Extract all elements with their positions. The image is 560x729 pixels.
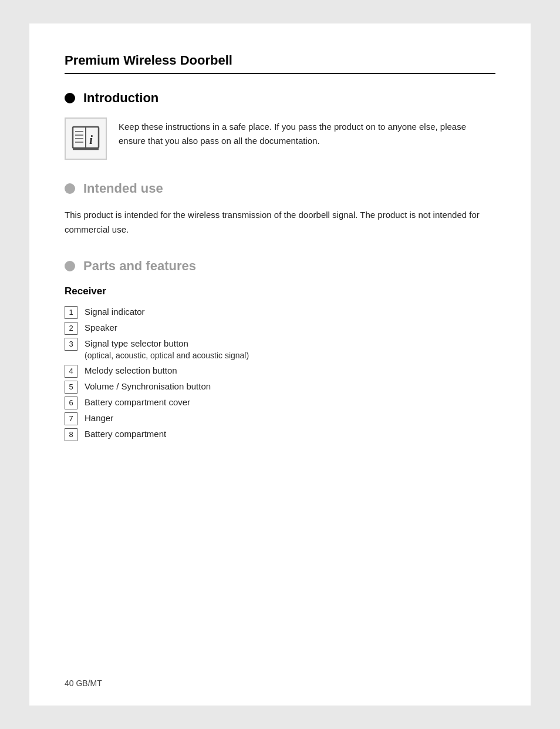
parts-title: Parts and features: [83, 258, 196, 274]
introduction-title: Introduction: [83, 90, 158, 106]
receiver-part-item: 2Speaker: [65, 321, 495, 335]
receiver-parts-list: 1Signal indicator2Speaker3Signal type se…: [65, 305, 495, 441]
part-label: Signal type selector button: [85, 337, 249, 351]
part-number: 5: [65, 381, 77, 394]
intended-use-section: Intended use This product is intended fo…: [65, 181, 495, 237]
intended-use-body: This product is intended for the wireles…: [65, 208, 495, 237]
part-label: Signal indicator: [85, 305, 145, 319]
parts-bullet: [65, 261, 75, 271]
introduction-section: Introduction i Keep: [65, 90, 495, 160]
page: Premium Wireless Doorbell Introduction: [29, 23, 531, 706]
receiver-part-item: 3Signal type selector button(optical, ac…: [65, 337, 495, 362]
part-label: Melody selection button: [85, 364, 177, 378]
svg-text:i: i: [89, 132, 93, 147]
part-label: Battery compartment cover: [85, 396, 190, 409]
introduction-info-text: Keep these instructions in a safe place.…: [119, 117, 495, 148]
part-sub-label: (optical, acoustic, optical and acoustic…: [85, 350, 249, 362]
part-number: 1: [65, 306, 77, 319]
receiver-part-item: 4Melody selection button: [65, 364, 495, 378]
receiver-title: Receiver: [65, 285, 495, 297]
receiver-part-item: 8Battery compartment: [65, 428, 495, 441]
page-footer: 40 GB/MT: [65, 678, 102, 688]
part-number: 6: [65, 397, 77, 409]
part-number: 7: [65, 412, 77, 425]
parts-heading: Parts and features: [65, 258, 495, 274]
receiver-part-item: 7Hanger: [65, 412, 495, 425]
part-number: 3: [65, 338, 77, 351]
intended-use-title: Intended use: [83, 181, 163, 196]
part-number: 2: [65, 322, 77, 335]
receiver-part-item: 6Battery compartment cover: [65, 396, 495, 409]
introduction-bullet: [65, 93, 75, 103]
part-label: Speaker: [85, 321, 117, 335]
receiver-subsection: Receiver 1Signal indicator2Speaker3Signa…: [65, 285, 495, 441]
part-label: Hanger: [85, 412, 113, 425]
page-title: Premium Wireless Doorbell: [65, 53, 495, 74]
part-number: 4: [65, 365, 77, 378]
part-label: Volume / Synchronisation button: [85, 380, 211, 394]
part-label: Battery compartment: [85, 428, 166, 441]
introduction-heading: Introduction: [65, 90, 495, 106]
part-number: 8: [65, 428, 77, 441]
info-icon: i: [65, 117, 107, 160]
intended-use-bullet: [65, 183, 75, 194]
info-box: i Keep these instructions in a safe plac…: [65, 117, 495, 160]
receiver-part-item: 1Signal indicator: [65, 305, 495, 319]
intended-use-heading: Intended use: [65, 181, 495, 196]
receiver-part-item: 5Volume / Synchronisation button: [65, 380, 495, 394]
parts-section: Parts and features Receiver 1Signal indi…: [65, 258, 495, 441]
book-info-icon: i: [70, 123, 101, 154]
